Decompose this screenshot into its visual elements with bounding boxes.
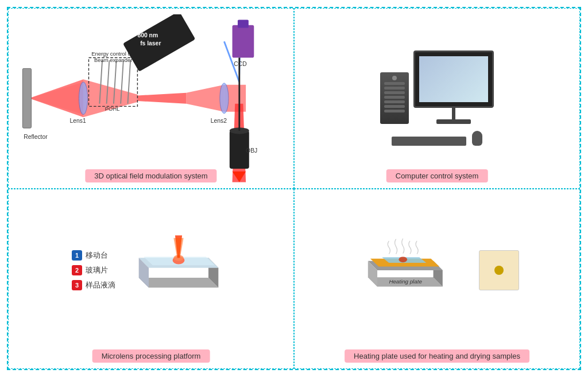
heating-plate-text: Heating plate [389, 278, 422, 285]
bl-section-label: Microlens processing platform [92, 349, 210, 363]
svg-marker-1 [29, 82, 83, 115]
legend-num-1: 1 [72, 250, 82, 261]
svg-text:OBJ: OBJ [246, 147, 257, 154]
svg-point-20 [79, 82, 88, 115]
svg-marker-4 [186, 85, 224, 112]
microlens-scene: 1 移动台 2 玻璃片 3 样品液滴 [72, 195, 230, 363]
peripherals-row [392, 129, 482, 146]
computer-monitor [413, 50, 494, 108]
svg-text:fs laser: fs laser [140, 40, 161, 46]
svg-marker-42 [173, 238, 183, 258]
quadrant-tr: Computer control system [294, 8, 580, 189]
quadrant-bl: 1 移动台 2 玻璃片 3 样品液滴 [8, 189, 294, 370]
tl-section-label: 3D optical field modulation system [85, 169, 216, 182]
laser-diagram-svg: Reflector Energy control unit Beam expan… [14, 14, 288, 182]
svg-text:CCD: CCD [234, 61, 246, 67]
svg-marker-3 [137, 93, 186, 104]
svg-marker-34 [139, 278, 219, 287]
legend-item-1: 1 移动台 [72, 250, 115, 261]
svg-text:Lens1: Lens1 [69, 118, 86, 124]
tower-disk-2 [384, 87, 405, 90]
svg-point-22 [220, 83, 229, 114]
legend-num-3: 3 [72, 280, 82, 290]
tower-disk-6 [384, 105, 405, 108]
monitor-stand [452, 108, 455, 119]
legend-num-2: 2 [72, 265, 82, 275]
svg-point-49 [399, 256, 407, 262]
legend-text-1: 移动台 [86, 250, 108, 261]
tower-disk-7 [384, 110, 405, 112]
quadrant-br: Heating plate Heating plate used for hea… [294, 189, 580, 370]
legend-text-3: 样品液滴 [86, 280, 115, 290]
main-diagram: Reflector Energy control unit Beam expan… [7, 7, 581, 370]
tower-disk-1 [384, 82, 405, 85]
mouse [472, 131, 482, 146]
computer-tower [380, 72, 409, 124]
svg-rect-10 [22, 68, 31, 128]
sample-dot [494, 266, 504, 275]
heating-svg: Heating plate [355, 233, 470, 308]
legend-item-3: 3 样品液滴 [72, 280, 115, 290]
br-section-label: Heating plate used for heating and dryin… [345, 349, 529, 363]
svg-text:Lens2: Lens2 [211, 118, 227, 124]
tr-section-label: Computer control system [386, 169, 488, 182]
svg-text:Beam expander: Beam expander [94, 57, 133, 63]
legend-list: 1 移动台 2 玻璃片 3 样品液滴 [72, 250, 115, 290]
keyboard [392, 137, 466, 146]
svg-text:800 nm: 800 nm [137, 32, 158, 38]
legend-item-2: 2 玻璃片 [72, 265, 115, 275]
tower-disk-5 [384, 100, 405, 103]
computer-scene [380, 14, 494, 182]
monitor-group [413, 50, 494, 124]
legend-text-2: 玻璃片 [86, 265, 108, 275]
quadrant-tl: Reflector Energy control unit Beam expan… [8, 8, 294, 189]
svg-text:POHL: POHL [105, 106, 120, 112]
heating-scene: Heating plate [355, 195, 519, 363]
svg-rect-28 [238, 20, 249, 28]
sample-card [479, 250, 519, 290]
tower-disk-4 [384, 96, 405, 99]
tower-power-btn [392, 76, 397, 80]
platform-svg [127, 233, 230, 308]
monitor-screen [419, 56, 488, 102]
reflector-label: Reflector [24, 134, 48, 140]
svg-rect-27 [233, 25, 254, 58]
tower-disk-3 [384, 91, 405, 94]
computer-row [380, 50, 494, 124]
monitor-base [436, 119, 471, 124]
